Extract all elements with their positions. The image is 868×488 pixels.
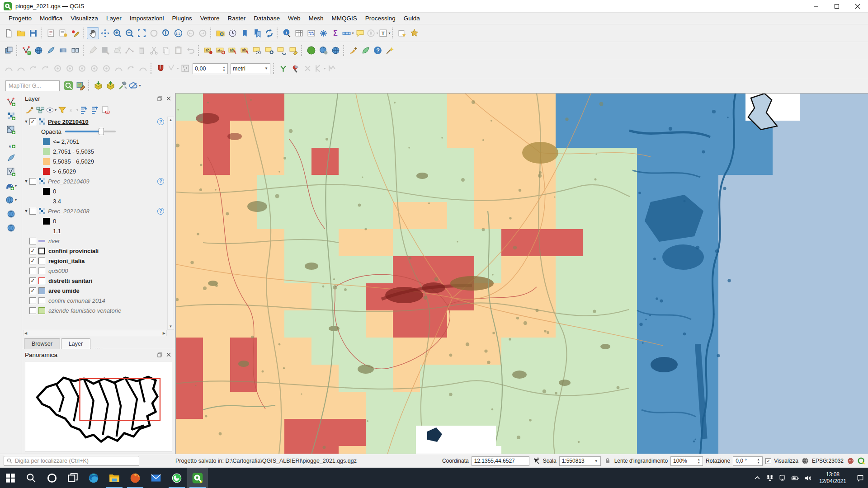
topological-editing-icon[interactable]	[277, 62, 289, 75]
overview-close-icon[interactable]	[165, 351, 172, 358]
overview-float-icon[interactable]	[156, 351, 163, 358]
layer-visibility-checkbox[interactable]	[29, 297, 36, 304]
snap-segment-icon[interactable]: ▾	[314, 62, 326, 75]
maptiler-map-editor-icon[interactable]	[75, 80, 87, 92]
menu-processing[interactable]: Processing	[361, 14, 400, 23]
panel-close-icon[interactable]	[165, 95, 172, 102]
layer-item-confini-comunali-2014[interactable]: confini comunali 2014	[23, 296, 167, 305]
clear-cad-icon[interactable]	[302, 62, 314, 75]
taskbar-mail-icon[interactable]	[146, 468, 166, 488]
add-postgis-layer-icon[interactable]: ▾	[5, 180, 17, 192]
taskbar-start-icon[interactable]	[0, 468, 21, 488]
extents-icon[interactable]	[532, 457, 540, 465]
pan-to-selection-icon[interactable]	[99, 27, 111, 39]
layer-visibility-checkbox[interactable]	[29, 267, 36, 274]
maximize-button[interactable]	[826, 0, 847, 13]
change-label-properties-icon[interactable]	[288, 44, 300, 56]
layer-tree-vertical-scrollbar[interactable]: ▲ ▼	[167, 117, 174, 330]
add-delimited-text-layer-icon[interactable]: ,	[5, 138, 17, 150]
layer-visibility-checkbox[interactable]: ✓	[29, 277, 36, 284]
manage-map-themes-icon[interactable]: ▾	[46, 104, 57, 115]
layer-item-distretti-sanitari[interactable]: ✓distretti sanitari	[23, 276, 167, 286]
collapse-all-icon[interactable]	[89, 104, 100, 115]
menu-guida[interactable]: Guida	[400, 14, 424, 23]
layer-item-prec-20210408[interactable]: ▼Prec_20210408?	[23, 206, 167, 216]
zoom-native-resolution-icon[interactable]: 1:1	[172, 27, 184, 39]
taskbar-edge-icon[interactable]	[83, 468, 104, 488]
open-layer-styling-icon[interactable]	[24, 104, 35, 115]
taskbar-search-icon[interactable]	[21, 468, 42, 488]
copy-features-icon[interactable]	[160, 44, 172, 56]
vertex-tool-icon[interactable]	[123, 44, 136, 56]
refresh-map-icon[interactable]	[263, 27, 275, 39]
show-hide-labels-icon[interactable]	[251, 44, 263, 56]
layer-visibility-checkbox[interactable]	[29, 178, 36, 185]
snapping-tolerance-spinbox[interactable]: 0,00▲▼	[193, 63, 228, 74]
fill-ring-icon[interactable]	[76, 62, 88, 75]
layer-item-prec-20210409[interactable]: ▼Prec_20210409?	[23, 176, 167, 186]
menu-plugins[interactable]: Plugins	[168, 14, 196, 23]
layer-item-prec-20210410[interactable]: ▼✓Prec 20210410?	[23, 117, 167, 127]
menu-visualizza[interactable]: Visualizza	[66, 14, 102, 23]
layer-diagram-icon[interactable]: abc	[214, 44, 226, 56]
menu-mmqgis[interactable]: MMQGIS	[328, 14, 361, 23]
delete-part-icon[interactable]	[100, 62, 113, 75]
move-label-icon[interactable]	[263, 44, 275, 56]
expander-icon[interactable]: ▼	[23, 119, 29, 124]
taskbar-cortana-icon[interactable]	[42, 468, 62, 488]
menu-raster[interactable]: Raster	[224, 14, 250, 23]
add-globe-layer-icon[interactable]	[33, 44, 45, 56]
add-spatialite-layer-icon[interactable]	[5, 152, 17, 164]
taskbar-firefox-icon[interactable]	[125, 468, 146, 488]
cad-tools-icon[interactable]	[3, 62, 15, 75]
split-features-icon[interactable]	[137, 62, 149, 75]
menu-modifica[interactable]: Modifica	[36, 14, 66, 23]
tray-network-icon[interactable]	[778, 474, 787, 482]
open-attribute-table-icon[interactable]	[293, 27, 305, 39]
statistical-summary-icon[interactable]: Σ	[330, 27, 342, 39]
save-project-icon[interactable]	[27, 27, 39, 39]
layer-help-icon[interactable]: ?	[157, 208, 164, 215]
layer-visibility-checkbox[interactable]: ✓	[29, 287, 36, 294]
qpackage-save-icon[interactable]	[104, 80, 117, 92]
layer-visibility-checkbox[interactable]	[29, 208, 36, 215]
menu-layer[interactable]: Layer	[102, 14, 126, 23]
show-bookmarks-icon[interactable]	[251, 27, 263, 39]
qpackage-load-icon[interactable]	[92, 80, 104, 92]
add-part-icon[interactable]	[64, 62, 76, 75]
zoom-out-icon[interactable]	[123, 27, 136, 39]
panel-float-icon[interactable]	[156, 95, 163, 102]
enable-tracing-icon[interactable]	[289, 62, 302, 75]
taskbar-whatsapp-icon[interactable]	[166, 468, 187, 488]
layer-item-regioni-italia[interactable]: ✓regioni_italia	[23, 256, 167, 266]
crs-value[interactable]: EPSG:23032	[812, 458, 844, 464]
delete-ring-icon[interactable]	[88, 62, 100, 75]
remove-layer-icon[interactable]	[100, 104, 111, 115]
help-contents-icon[interactable]: ?	[372, 44, 384, 56]
text-annotation-icon[interactable]: T▾	[378, 27, 391, 39]
rotation-spinbox[interactable]: 0,0 °▲▼	[733, 456, 763, 466]
tray-dropbox-icon[interactable]	[766, 474, 774, 482]
panel-splitter-handle[interactable]: ······	[90, 346, 104, 350]
layer-item-aziende-faunistico-venatorie[interactable]: aziende faunistico venatorie	[23, 305, 167, 315]
zoom-to-layer-icon[interactable]	[160, 27, 172, 39]
add-virtual-layer-icon[interactable]	[5, 166, 17, 178]
metasearch-icon[interactable]	[317, 44, 330, 56]
zoom-in-icon[interactable]	[111, 27, 123, 39]
close-button[interactable]	[847, 0, 868, 13]
overview-map[interactable]	[25, 361, 172, 452]
menu-database[interactable]: Database	[250, 14, 284, 23]
menu-vettore[interactable]: Vettore	[196, 14, 224, 23]
new-shapefile-icon[interactable]	[45, 44, 57, 56]
layer-item-qu5000[interactable]: qu5000	[23, 266, 167, 276]
temporal-controller-icon[interactable]	[226, 27, 239, 39]
touch-zoom-icon[interactable]	[305, 44, 317, 56]
add-vector-layer-icon[interactable]	[5, 96, 17, 108]
render-checkbox[interactable]: ✓	[765, 458, 771, 464]
maptiler-geocoder-search-icon[interactable]	[62, 80, 75, 92]
add-mesh-layer-icon[interactable]	[5, 124, 17, 136]
zoom-to-layers-icon[interactable]	[214, 27, 226, 39]
scroll-down-icon[interactable]: ▼	[168, 324, 174, 329]
style-manager-icon[interactable]	[69, 27, 81, 39]
layer-tree-horizontal-scrollbar[interactable]: ◀ ▶	[23, 330, 167, 336]
